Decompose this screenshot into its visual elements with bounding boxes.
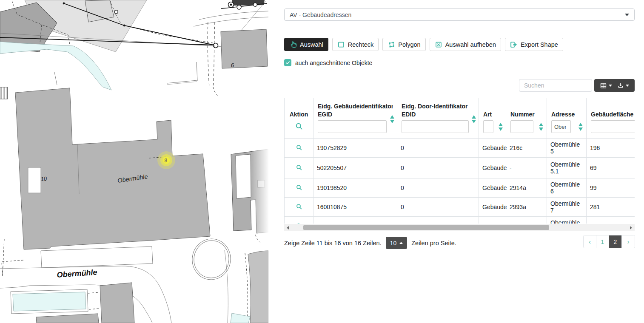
horizontal-scrollbar[interactable] (284, 224, 635, 231)
export-shape-button[interactable]: Export Shape (505, 38, 563, 51)
columns-icon (600, 82, 607, 89)
map-courtyard (28, 167, 41, 193)
nummer-sort-control[interactable] (539, 123, 543, 131)
art-sort-control[interactable] (499, 123, 503, 131)
egid-filter-input[interactable] (318, 120, 387, 133)
arrow-right-icon (630, 226, 632, 230)
page-size-dropdown[interactable]: 10 (386, 237, 407, 249)
cell-edid: 0 (397, 198, 479, 217)
polygon-label: Polygon (398, 41, 420, 48)
edid-header-line1: Eidg. Door-Identifikator (402, 102, 474, 110)
pagination-page-1[interactable]: 1 (596, 235, 609, 248)
export-icon (510, 41, 518, 48)
row-zoom-icon[interactable] (296, 203, 302, 210)
map-wall (167, 80, 197, 83)
map-label-obermuehle-street: Obermühle (57, 268, 97, 279)
cell-nummer: - (506, 158, 547, 178)
cell-egid: 190390586 (313, 217, 397, 224)
table-row[interactable]: 160010875 0 Gebäude 2993a Obermühle 7 28… (284, 198, 635, 217)
sort-desc-icon (539, 128, 543, 131)
cell-art: Gebäude (479, 139, 506, 158)
cell-flaeche: 740 (587, 217, 635, 224)
cell-adresse: Obermühle 8 (547, 217, 587, 224)
search-input[interactable] (519, 79, 592, 92)
cell-art: Gebäude (479, 178, 506, 198)
checkbox-label: auch angeschnittene Objekte (295, 60, 372, 66)
col-header-flaeche: Gebäudefläche [m (587, 98, 635, 139)
clipped-objects-checkbox[interactable]: auch angeschnittene Objekte (284, 59, 372, 66)
scroll-left-arrow[interactable] (284, 224, 291, 231)
cell-nummer: 2914a (506, 178, 547, 198)
scrollbar-thumb[interactable] (303, 225, 549, 230)
map-building-complex (15, 88, 210, 249)
search-icon[interactable] (295, 122, 303, 130)
table-row[interactable]: 190390586 0 Gebäude 216d Obermühle 8 740 (284, 217, 635, 224)
cell-edid: 0 (397, 139, 479, 158)
row-zoom-icon[interactable] (296, 184, 302, 191)
adresse-header-label: Adresse (551, 110, 582, 119)
pagination-next[interactable]: › (622, 235, 635, 248)
adresse-filter-input[interactable] (551, 120, 571, 133)
map-water-channel (0, 42, 111, 90)
cell-egid: 160010875 (313, 198, 397, 217)
table-tools-group (594, 79, 635, 92)
cell-egid: 190198520 (313, 178, 397, 198)
cell-edid: 0 (397, 217, 479, 224)
auswahl-aufheben-label: Auswahl aufheben (445, 41, 496, 48)
caret-down-icon (625, 14, 629, 16)
map-path-dashed (245, 253, 248, 323)
egid-sort-control[interactable] (390, 115, 394, 123)
polygon-button[interactable]: Polygon (382, 38, 425, 51)
rechteck-label: Rechteck (348, 41, 373, 48)
auswahl-label: Auswahl (300, 41, 323, 48)
selected-feature-marker[interactable]: 8 (157, 151, 175, 169)
rechteck-button[interactable]: Rechteck (332, 38, 379, 51)
adresse-sort-control[interactable] (578, 123, 583, 131)
cell-edid: 0 (397, 158, 479, 178)
row-zoom-icon[interactable] (296, 144, 302, 151)
nummer-filter-input[interactable] (510, 120, 533, 133)
hand-pointer-icon (289, 41, 297, 48)
cell-art: Gebäude (479, 158, 506, 178)
map-path-dashed (213, 22, 215, 87)
col-header-aktion: Aktion (284, 98, 313, 139)
pagination-prev[interactable]: ‹ (584, 235, 596, 248)
map-label-10: 10 (40, 176, 47, 182)
cell-flaeche: 281 (587, 198, 635, 217)
map-survey-point (63, 3, 65, 5)
layer-select-value: AV - Gebäudeadressen (290, 11, 351, 18)
map-water-channel (13, 292, 86, 311)
sort-asc-icon (578, 123, 583, 126)
map-path-dashed (213, 87, 219, 97)
pagination-page-2-active[interactable]: 2 (609, 235, 622, 248)
cell-egid: 502205507 (313, 158, 397, 178)
art-filter-input[interactable] (483, 120, 493, 133)
cell-flaeche: 196 (587, 139, 635, 158)
sort-desc-icon (499, 128, 503, 131)
scroll-right-arrow[interactable] (627, 224, 635, 231)
table-row[interactable]: 502205507 0 Gebäude - Obermühle 5.1 69 (284, 158, 635, 178)
table-footer: Zeige Zeile 11 bis 16 von 16 Zeilen. 10 … (284, 236, 456, 249)
auswahl-button[interactable]: Auswahl (284, 38, 328, 51)
auswahl-aufheben-button[interactable]: Auswahl aufheben (430, 38, 501, 51)
table-row[interactable]: 190198520 0 Gebäude 2914a Obermühle 6 99 (284, 178, 635, 198)
columns-dropdown-button[interactable] (600, 82, 612, 89)
row-zoom-icon[interactable] (296, 222, 302, 224)
cell-nummer: 216c (506, 139, 547, 158)
results-table: Aktion Eidg. Gebäudeidentifikator EGID (284, 98, 635, 224)
row-zoom-icon[interactable] (296, 164, 302, 171)
layer-select[interactable]: AV - Gebäudeadressen (284, 8, 635, 21)
map-canvas[interactable]: 6 10 Obermühle 8 (0, 0, 268, 323)
nummer-header-label: Nummer (510, 110, 542, 119)
col-header-nummer: Nummer (506, 98, 547, 139)
download-dropdown-button[interactable] (617, 82, 629, 89)
map-water-channel (231, 313, 250, 323)
map-road-edge (225, 250, 228, 323)
polygon-icon (388, 41, 395, 48)
cell-flaeche: 99 (587, 178, 635, 198)
table-row[interactable]: 190752829 0 Gebäude 216c Obermühle 5 196 (284, 139, 635, 158)
cell-art: Gebäude (479, 217, 506, 224)
edid-filter-input[interactable] (402, 120, 469, 133)
flaeche-filter-input[interactable] (591, 120, 635, 133)
edid-sort-control[interactable] (472, 115, 476, 123)
